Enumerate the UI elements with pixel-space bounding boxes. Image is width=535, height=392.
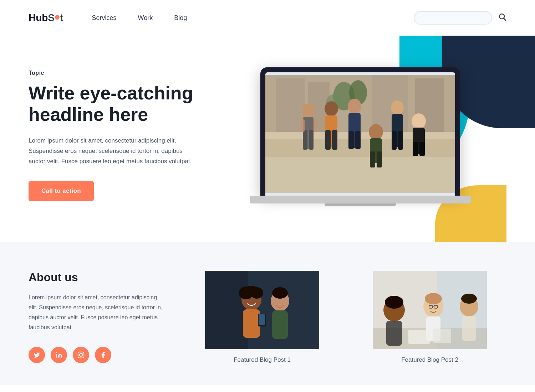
svg-point-71: [461, 294, 477, 304]
header: HubSt Services Work Blog: [0, 0, 535, 36]
svg-rect-5: [276, 78, 305, 132]
svg-point-29: [391, 100, 404, 115]
svg-point-25: [369, 124, 383, 140]
svg-point-50: [250, 287, 263, 299]
header-right: [414, 11, 506, 25]
svg-rect-32: [398, 131, 403, 150]
svg-rect-56: [259, 314, 265, 325]
svg-rect-35: [413, 142, 418, 156]
svg-rect-37: [301, 119, 305, 132]
blog-image-2[interactable]: [353, 271, 506, 349]
svg-rect-45: [205, 271, 248, 349]
svg-rect-28: [377, 151, 382, 167]
svg-rect-27: [370, 151, 375, 167]
main-nav: Services Work Blog: [92, 14, 414, 22]
svg-point-21: [348, 99, 361, 114]
blog-card-2: Featured Blog Post 2: [353, 271, 506, 363]
linkedin-icon[interactable]: [51, 347, 67, 363]
social-icons: [29, 347, 164, 363]
blog-post-title-2: Featured Blog Post 2: [401, 356, 458, 363]
svg-point-39: [56, 352, 57, 353]
svg-rect-16: [309, 130, 314, 150]
svg-point-41: [80, 354, 82, 356]
twitter-icon[interactable]: [29, 347, 45, 363]
svg-rect-12: [265, 157, 455, 193]
about-title: About us: [29, 271, 164, 284]
search-input[interactable]: [414, 11, 492, 25]
svg-line-1: [504, 19, 506, 21]
svg-rect-24: [355, 131, 361, 149]
hero-body-text: Lorem ipsum dolor sit amet, consectetur …: [29, 136, 200, 167]
svg-rect-72: [462, 316, 476, 341]
svg-point-33: [412, 113, 426, 129]
nav-services[interactable]: Services: [92, 14, 116, 22]
svg-rect-23: [348, 131, 354, 149]
hero-right: [214, 67, 506, 203]
bottom-section: About us Lorem ipsum dolor sit amet, con…: [0, 242, 535, 385]
blog-post-title-1: Featured Blog Post 1: [234, 356, 291, 363]
hero-headline: Write eye-catching headline here: [29, 83, 214, 125]
about-body-text: Lorem ipsum dolor sit amet, consectetur …: [29, 293, 164, 332]
svg-point-13: [302, 103, 315, 118]
svg-rect-38: [314, 119, 317, 132]
laptop-screen-inner: [265, 72, 455, 196]
search-icon: [498, 12, 506, 21]
svg-point-62: [385, 296, 403, 309]
instagram-icon[interactable]: [73, 347, 89, 363]
logo[interactable]: HubSt: [29, 12, 63, 24]
hero-left: Topic Write eye-catching headline here L…: [29, 70, 214, 201]
svg-rect-20: [332, 130, 337, 150]
svg-rect-19: [325, 130, 331, 150]
svg-point-65: [425, 293, 442, 304]
svg-rect-36: [419, 142, 425, 156]
svg-rect-15: [303, 130, 307, 150]
team-photo: [265, 72, 455, 196]
svg-point-53: [272, 287, 288, 299]
svg-point-42: [82, 353, 83, 354]
about-us-column: About us Lorem ipsum dolor sit amet, con…: [29, 271, 164, 363]
svg-rect-54: [272, 310, 288, 339]
laptop-screen-outer: [260, 67, 460, 196]
svg-point-17: [325, 101, 338, 116]
blog-posts: Featured Blog Post 1: [185, 271, 506, 363]
svg-rect-51: [243, 309, 260, 338]
laptop-base: [250, 196, 471, 203]
nav-blog[interactable]: Blog: [174, 14, 187, 22]
facebook-icon[interactable]: [95, 347, 111, 363]
hero-topic: Topic: [29, 70, 214, 76]
svg-rect-63: [386, 321, 402, 346]
svg-rect-31: [392, 131, 397, 150]
hero-section: Topic Write eye-catching headline here L…: [0, 36, 535, 242]
laptop-mockup: [260, 67, 460, 203]
svg-rect-73: [408, 330, 430, 344]
search-button[interactable]: [498, 12, 506, 23]
svg-rect-40: [78, 352, 84, 358]
nav-work[interactable]: Work: [138, 14, 153, 22]
blog-image-1[interactable]: [185, 271, 339, 349]
cta-button[interactable]: Call to action: [29, 181, 94, 201]
svg-rect-74: [433, 329, 451, 343]
blog-card-1: Featured Blog Post 1: [185, 271, 339, 363]
